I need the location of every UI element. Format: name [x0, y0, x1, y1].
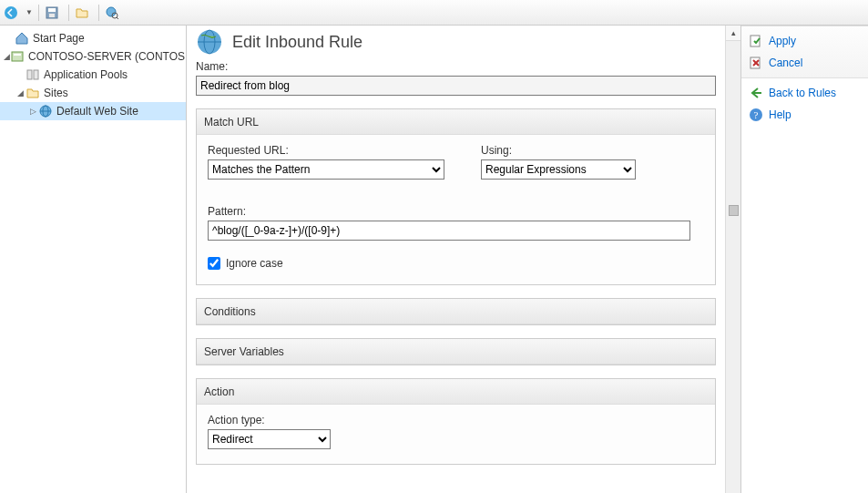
- action-section: Action Action type: Redirect: [196, 378, 716, 465]
- tree-server-node[interactable]: ◢ CONTOSO-SERVER (CONTOS: [0, 47, 186, 66]
- action-label: Back to Rules: [769, 87, 836, 99]
- svg-line-6: [117, 17, 118, 19]
- requested-url-select[interactable]: Matches the Pattern: [208, 159, 444, 180]
- save-icon[interactable]: [45, 5, 59, 20]
- app-window: ▼ Start Page ◢ CONTOSO-SERVER: [0, 0, 868, 493]
- server-variables-section: Server Variables: [196, 338, 716, 365]
- tree-app-pools[interactable]: Application Pools: [0, 66, 186, 84]
- requested-url-label: Requested URL:: [208, 144, 444, 157]
- cancel-action[interactable]: Cancel: [741, 52, 868, 74]
- svg-rect-7: [12, 52, 23, 61]
- action-label: Apply: [769, 35, 796, 47]
- using-select[interactable]: Regular Expressions: [481, 159, 636, 180]
- back-nav-icon[interactable]: [4, 5, 18, 20]
- ignore-case-checkbox[interactable]: [208, 257, 220, 270]
- svg-point-0: [5, 6, 17, 19]
- using-label: Using:: [481, 144, 704, 157]
- home-icon: [15, 31, 29, 46]
- toolbar-separator: [38, 5, 39, 21]
- vertical-scrollbar[interactable]: ▴: [725, 26, 740, 493]
- svg-rect-10: [34, 70, 38, 79]
- match-url-section: Match URL Requested URL: Matches the Pat…: [196, 108, 716, 285]
- action-label: Help: [769, 108, 791, 121]
- tree-label: Application Pools: [44, 68, 128, 81]
- pattern-label: Pattern:: [208, 205, 704, 218]
- actions-pane: Apply Cancel Back to Rules ? Help: [740, 26, 868, 493]
- folder-open-icon[interactable]: [75, 5, 89, 20]
- apply-icon: [749, 34, 763, 48]
- site-globe-icon: [38, 104, 53, 118]
- main-area: Start Page ◢ CONTOSO-SERVER (CONTOS Appl…: [0, 26, 868, 493]
- collapse-icon[interactable]: ◢: [4, 52, 10, 61]
- rule-name-input[interactable]: [196, 76, 716, 96]
- tree-default-site[interactable]: ▷ Default Web Site: [0, 102, 186, 120]
- pattern-input[interactable]: [208, 221, 690, 241]
- globe-search-icon[interactable]: [105, 5, 119, 20]
- cancel-icon: [749, 56, 763, 70]
- help-action[interactable]: ? Help: [741, 104, 868, 126]
- page-title: Edit Inbound Rule: [232, 33, 363, 52]
- page-header: Edit Inbound Rule: [196, 26, 716, 58]
- svg-rect-3: [49, 14, 55, 17]
- ignore-case-label: Ignore case: [226, 257, 283, 270]
- server-variables-header[interactable]: Server Variables: [197, 339, 715, 365]
- conditions-header[interactable]: Conditions: [197, 299, 715, 324]
- toolbar-separator: [68, 5, 69, 21]
- svg-point-4: [107, 7, 116, 16]
- main-toolbar: ▼: [0, 0, 868, 26]
- apply-action[interactable]: Apply: [741, 30, 868, 52]
- collapse-icon[interactable]: ◢: [15, 88, 26, 98]
- back-arrow-icon: [749, 86, 763, 100]
- app-pools-icon: [26, 67, 40, 82]
- name-label: Name:: [196, 60, 716, 73]
- action-label: Cancel: [769, 56, 802, 69]
- connections-tree: Start Page ◢ CONTOSO-SERVER (CONTOS Appl…: [0, 26, 187, 493]
- rule-globe-icon: [196, 28, 223, 56]
- svg-rect-2: [48, 8, 56, 12]
- action-header[interactable]: Action: [197, 379, 715, 405]
- tree-start-page[interactable]: Start Page: [0, 29, 186, 47]
- server-icon: [10, 49, 25, 64]
- scroll-thumb[interactable]: [729, 205, 739, 216]
- tree-sites-node[interactable]: ◢ Sites: [0, 84, 186, 102]
- svg-rect-8: [14, 54, 21, 56]
- svg-rect-9: [27, 70, 32, 79]
- toolbar-dropdown-icon[interactable]: ▼: [26, 8, 33, 16]
- tree-label: CONTOSO-SERVER (CONTOS: [28, 50, 185, 63]
- action-type-select[interactable]: Redirect: [208, 429, 331, 449]
- conditions-section: Conditions: [196, 298, 716, 325]
- tree-label: Start Page: [33, 32, 85, 45]
- action-type-label: Action type:: [208, 414, 704, 426]
- match-url-header[interactable]: Match URL: [197, 109, 715, 135]
- help-icon: ?: [749, 108, 763, 122]
- tree-label: Default Web Site: [56, 105, 138, 118]
- back-to-rules-action[interactable]: Back to Rules: [741, 82, 868, 104]
- scroll-up-icon[interactable]: ▴: [726, 26, 740, 41]
- toolbar-separator: [98, 5, 99, 21]
- expand-icon[interactable]: ▷: [27, 107, 38, 116]
- center-pane: Edit Inbound Rule Name: Match URL Reques…: [187, 26, 740, 493]
- sites-folder-icon: [26, 86, 40, 100]
- tree-label: Sites: [44, 87, 68, 99]
- svg-text:?: ?: [754, 109, 759, 120]
